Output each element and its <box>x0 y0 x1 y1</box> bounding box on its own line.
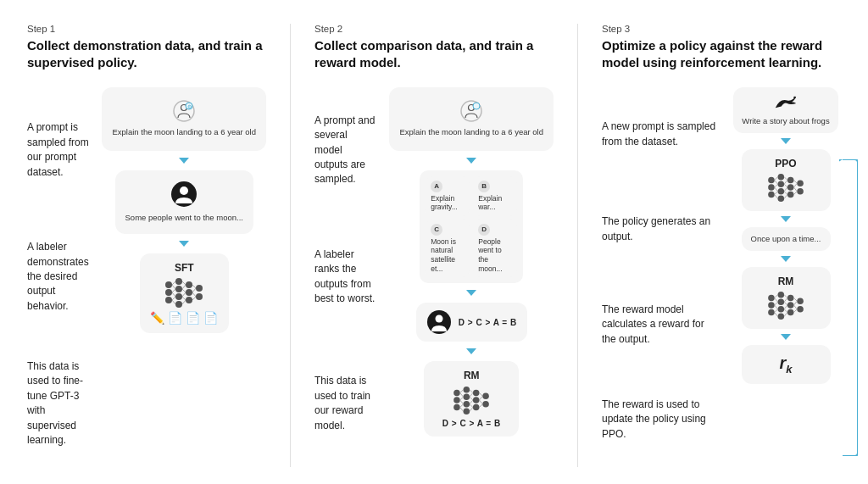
feedback-loop-arrow <box>839 159 858 456</box>
step-3-ppo-card: PPO <box>742 149 831 211</box>
svg-line-66 <box>480 404 483 408</box>
svg-line-114 <box>784 295 787 298</box>
step-1-network-icon <box>164 276 204 309</box>
svg-point-8 <box>165 297 172 303</box>
step-1-title: Collect demonstration data, and train a … <box>27 37 266 72</box>
svg-line-92 <box>793 180 797 183</box>
svg-point-46 <box>473 390 480 397</box>
svg-point-73 <box>778 188 785 195</box>
svg-point-9 <box>175 278 182 285</box>
step-3-ppo-label: PPO <box>775 158 796 170</box>
step-2-prompt-icon <box>459 99 483 123</box>
output-C: C Moon is natural satellite et... <box>426 220 470 278</box>
step-2-prompt-label: Explain the moon landing to a 6 year old <box>399 127 543 137</box>
svg-point-77 <box>787 192 794 198</box>
step-1-label: Step 1 <box>27 24 266 34</box>
step-3-desc-3: The reward model calculates a reward for… <box>602 277 719 372</box>
svg-line-29 <box>182 300 186 304</box>
svg-line-32 <box>192 292 196 297</box>
svg-line-63 <box>480 393 483 397</box>
prompt-icon: ⚙ <box>172 99 196 123</box>
svg-line-82 <box>775 184 778 187</box>
step-2-label: Step 2 <box>314 24 554 34</box>
svg-line-119 <box>784 313 787 317</box>
step-2-descriptions: A prompt and several model outputs are s… <box>314 87 377 468</box>
svg-point-36 <box>473 103 480 109</box>
svg-line-58 <box>470 393 473 398</box>
arrow-2 <box>179 241 189 247</box>
svg-point-7 <box>165 289 172 296</box>
svg-point-39 <box>453 390 460 397</box>
svg-line-56 <box>460 408 464 412</box>
svg-line-31 <box>192 288 196 292</box>
svg-line-19 <box>172 285 175 289</box>
svg-point-104 <box>787 302 794 309</box>
step-2-rm-card: RM <box>424 361 519 437</box>
svg-line-61 <box>470 404 473 408</box>
svg-line-86 <box>784 177 787 181</box>
svg-point-105 <box>787 309 794 316</box>
svg-point-38 <box>435 315 442 323</box>
svg-line-54 <box>460 400 464 404</box>
svg-line-88 <box>784 184 787 187</box>
svg-line-60 <box>470 400 473 404</box>
svg-line-123 <box>793 309 797 313</box>
svg-line-115 <box>784 298 787 303</box>
page: Step 1 Collect demonstration data, and t… <box>0 0 868 484</box>
output-C-text: Moon is natural satellite et... <box>431 237 465 274</box>
svg-line-121 <box>793 301 797 305</box>
svg-line-28 <box>182 297 186 300</box>
svg-line-62 <box>470 408 473 412</box>
svg-point-69 <box>768 184 775 191</box>
svg-line-117 <box>784 305 787 309</box>
svg-point-10 <box>175 286 182 292</box>
svg-point-96 <box>768 295 775 302</box>
svg-point-49 <box>482 393 489 400</box>
bird-icon <box>774 94 798 113</box>
svg-point-97 <box>768 302 775 309</box>
svg-point-13 <box>186 281 192 288</box>
svg-line-20 <box>172 289 175 292</box>
step-3-reward-label: rk <box>779 353 792 376</box>
divider-2 <box>577 24 578 467</box>
svg-point-107 <box>797 306 804 313</box>
output-A: A Explain gravity... <box>426 176 470 216</box>
svg-line-118 <box>784 309 787 313</box>
badge-D: D <box>478 224 490 236</box>
step-2-prompt-card: Explain the moon landing to a 6 year old <box>389 87 554 151</box>
arrow-1 <box>179 158 189 164</box>
labeler-icon <box>170 180 198 209</box>
step-3-desc-1: A new prompt is sampled from the dataset… <box>602 87 719 182</box>
svg-marker-124 <box>839 159 843 164</box>
output-D: D People went to the moon... <box>473 220 517 278</box>
step-2-outputs-grid: A Explain gravity... B Explain war... C … <box>426 176 517 278</box>
svg-point-78 <box>797 180 804 186</box>
svg-line-109 <box>775 298 778 303</box>
svg-line-120 <box>793 298 797 302</box>
svg-point-70 <box>768 192 775 198</box>
step-1-prompt-card: ⚙ Explain the moon landing to a 6 year o… <box>102 87 266 151</box>
svg-line-89 <box>784 187 787 192</box>
svg-point-45 <box>464 409 470 415</box>
step3-arrow-2 <box>781 216 791 222</box>
svg-line-27 <box>182 292 186 297</box>
step-1-descriptions: A prompt is sampled from our prompt data… <box>27 87 90 468</box>
svg-line-53 <box>460 397 464 400</box>
svg-point-6 <box>165 281 172 288</box>
svg-line-91 <box>784 194 787 198</box>
badge-A: A <box>431 181 442 192</box>
step-3-content: A new prompt is sampled from the dataset… <box>602 87 841 468</box>
svg-line-59 <box>470 397 473 400</box>
step3-arrow-4 <box>781 334 791 340</box>
svg-point-101 <box>778 306 785 313</box>
svg-line-23 <box>172 300 175 304</box>
step-2-desc-3: This data is used to train our reward mo… <box>314 341 377 468</box>
step-3-rm-card: RM <box>742 267 831 329</box>
badge-C: C <box>431 224 442 236</box>
docs-icon-3: 📄 <box>203 311 218 325</box>
svg-line-85 <box>775 194 778 198</box>
step-3-prompt-label: Write a story about frogs <box>742 116 829 126</box>
svg-line-33 <box>192 297 196 300</box>
step-2-labeler-card: D > C > A = B <box>416 303 527 342</box>
svg-text:⚙: ⚙ <box>187 104 192 109</box>
